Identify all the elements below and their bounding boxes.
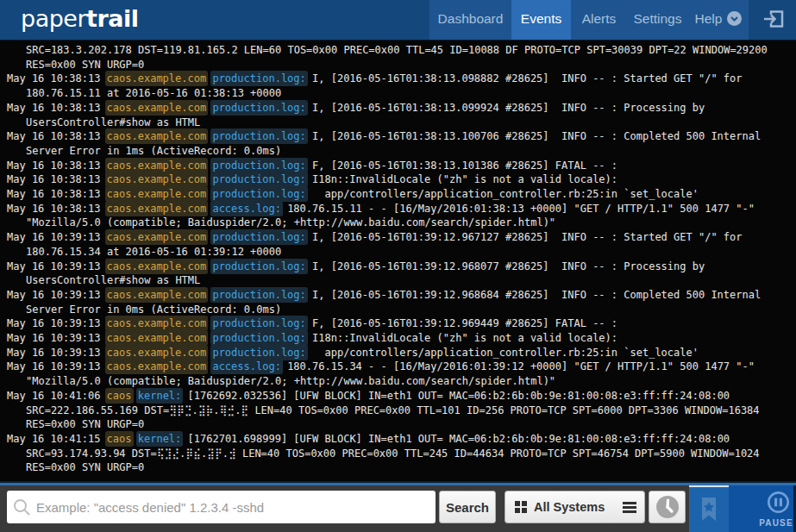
log-host[interactable]: caos.example.com (107, 317, 207, 329)
log-host[interactable]: caos.example.com (107, 130, 207, 142)
log-host[interactable]: caos.example.com (107, 203, 207, 215)
pause-icon (767, 491, 790, 514)
nav-item-events[interactable]: Events (511, 0, 571, 40)
logo-paper: paper (21, 5, 86, 32)
log-program[interactable]: kernel: (138, 390, 182, 402)
nav-item-dashboard[interactable]: Dashboard (429, 0, 511, 40)
nav-item-label: Dashboard (438, 11, 504, 27)
sign-in-button[interactable] (762, 8, 786, 30)
log-line: May 16 10:39:13 caos.example.com product… (7, 260, 787, 288)
log-program[interactable]: production.log: (212, 102, 305, 114)
log-line-continuation: SRC=183.3.202.178 DST=119.81.165.2 LEN=6… (7, 43, 787, 72)
log-host[interactable]: caos (107, 433, 132, 445)
log-line: May 16 10:41:15 caos kernel: [1762701.69… (7, 432, 787, 475)
log-program[interactable]: kernel: (138, 433, 182, 445)
log-program[interactable]: production.log: (212, 188, 305, 200)
log-host[interactable]: caos (107, 390, 132, 402)
log-line: May 16 10:39:13 caos.example.com product… (7, 346, 787, 360)
log-host[interactable]: caos.example.com (107, 231, 207, 243)
log-program[interactable]: production.log: (212, 173, 305, 185)
log-program[interactable]: production.log: (212, 160, 305, 172)
nav-item-label: Alerts (582, 11, 617, 27)
sign-in-icon (762, 8, 786, 30)
pause-label: PAUSE (743, 518, 796, 528)
log-program[interactable]: production.log: (212, 72, 305, 84)
nav-item-label: Settings (633, 11, 681, 27)
pause-button[interactable]: PAUSE (729, 483, 796, 532)
log-line: May 16 10:38:13 caos.example.com product… (7, 72, 787, 100)
all-systems-label: All Systems (534, 500, 605, 514)
saved-searches-button[interactable] (614, 491, 644, 523)
log-program[interactable]: production.log: (212, 317, 305, 329)
logo-trail: trail (86, 5, 138, 32)
log-line: May 16 10:38:13 caos.example.com product… (7, 129, 787, 158)
log-host[interactable]: caos.example.com (107, 260, 207, 272)
nav-item-alerts[interactable]: Alerts (571, 0, 627, 40)
log-host[interactable]: caos.example.com (107, 102, 207, 114)
log-stream[interactable]: SRC=183.3.202.178 DST=119.81.165.2 LEN=6… (0, 41, 796, 481)
clock-icon (655, 494, 680, 520)
log-program[interactable]: access.log: (212, 203, 280, 215)
log-line: May 16 10:38:13 caos.example.com access.… (7, 202, 787, 230)
all-systems-button[interactable]: All Systems (505, 491, 614, 523)
time-jump-button[interactable] (649, 491, 686, 523)
search-input[interactable] (7, 491, 436, 523)
log-line: May 16 10:38:13 caos.example.com product… (7, 187, 787, 202)
log-line: May 16 10:38:13 caos.example.com product… (7, 172, 787, 187)
search-icon (13, 498, 32, 517)
log-host[interactable]: caos.example.com (107, 173, 207, 185)
log-program[interactable]: access.log: (212, 360, 280, 372)
log-line: May 16 10:39:13 caos.example.com product… (7, 288, 787, 316)
log-line: May 16 10:39:13 caos.example.com product… (7, 316, 787, 331)
log-program[interactable]: production.log: (212, 332, 305, 344)
list-icon (623, 500, 636, 515)
log-host[interactable]: caos.example.com (107, 360, 207, 372)
nav-item-label: Events (521, 11, 561, 27)
bookmark-button[interactable] (689, 485, 729, 532)
nav-item-label: Help (695, 11, 723, 27)
main-nav: DashboardEventsAlertsSettingsHelp (429, 0, 749, 40)
bookmark-icon (699, 498, 718, 522)
navbar: papertrail DashboardEventsAlertsSettings… (0, 0, 796, 41)
log-line: May 16 10:39:13 caos.example.com product… (7, 230, 787, 259)
log-program[interactable]: production.log: (212, 347, 305, 359)
log-host[interactable]: caos.example.com (107, 332, 207, 344)
chevron-down-icon (727, 11, 742, 26)
log-program[interactable]: production.log: (212, 289, 305, 301)
log-host[interactable]: caos.example.com (107, 289, 207, 301)
log-line: May 16 10:38:13 caos.example.com product… (7, 101, 787, 129)
log-host[interactable]: caos.example.com (107, 160, 207, 172)
log-host[interactable]: caos.example.com (107, 72, 207, 84)
log-line: May 16 10:39:13 caos.example.com access.… (7, 360, 787, 388)
log-line: May 16 10:41:06 caos kernel: [1762692.03… (7, 389, 787, 432)
nav-item-settings[interactable]: Settings (627, 0, 688, 40)
systems-button-group: All Systems (505, 491, 645, 523)
log-host[interactable]: caos.example.com (107, 188, 207, 200)
log-program[interactable]: production.log: (212, 231, 305, 243)
grid-icon (515, 501, 527, 513)
log-velocity-panel: PAUSE (689, 483, 796, 532)
log-line: May 16 10:38:13 caos.example.com product… (7, 159, 787, 173)
search-bar: Search All Systems P (0, 481, 796, 532)
log-program[interactable]: production.log: (212, 260, 305, 272)
log-line: May 16 10:39:13 caos.example.com product… (7, 331, 787, 346)
search-button[interactable]: Search (439, 491, 496, 523)
log-program[interactable]: production.log: (212, 130, 305, 142)
nav-item-help[interactable]: Help (688, 0, 749, 40)
log-host[interactable]: caos.example.com (107, 347, 207, 359)
app-logo[interactable]: papertrail (21, 0, 139, 40)
